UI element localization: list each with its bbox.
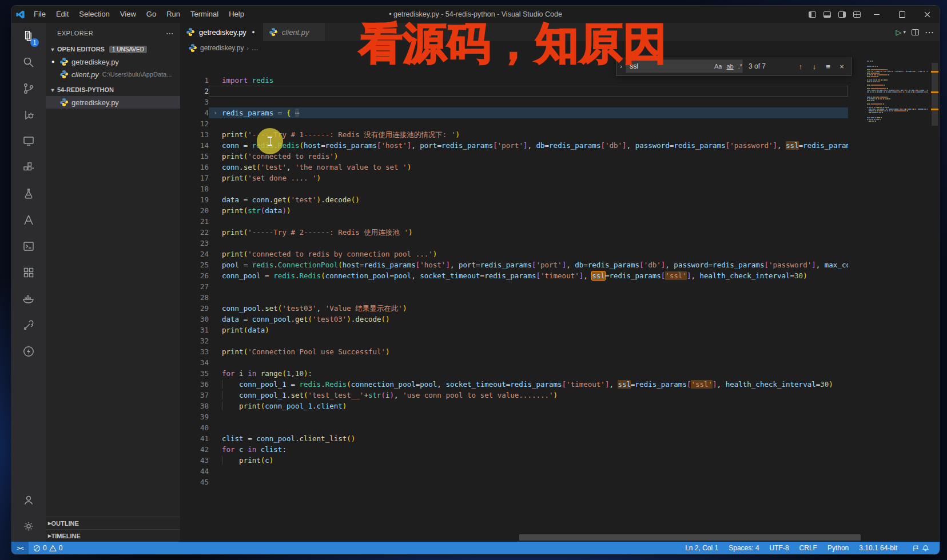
line-number[interactable]: 34 — [180, 357, 209, 368]
menu-item-view[interactable]: View — [115, 6, 141, 23]
line-number[interactable]: 18 — [180, 183, 209, 194]
activity-bar-item-tools[interactable] — [15, 312, 42, 338]
line-number[interactable]: 4 — [180, 107, 209, 118]
menu-item-help[interactable]: Help — [224, 6, 249, 23]
find-previous-icon[interactable]: ↑ — [795, 62, 806, 71]
line-number[interactable]: 12 — [180, 118, 209, 129]
status-cursor-position[interactable]: Ln 2, Col 1 — [685, 544, 718, 552]
vertical-scrollbar[interactable] — [930, 55, 940, 535]
find-in-selection-icon[interactable]: ≡ — [822, 62, 834, 71]
minimize-button[interactable] — [864, 6, 889, 23]
status-encoding[interactable]: UTF-8 — [770, 544, 789, 552]
activity-bar-item-test-flask[interactable] — [15, 181, 42, 207]
line-number[interactable]: 1 — [180, 75, 209, 86]
line-number[interactable]: 23 — [180, 238, 209, 249]
minimap[interactable] — [864, 55, 930, 535]
menu-item-file[interactable]: File — [29, 6, 51, 23]
line-number[interactable]: 42 — [180, 444, 209, 455]
menu-item-selection[interactable]: Selection — [74, 6, 114, 23]
editor-more-actions-icon[interactable]: ⋯ — [925, 27, 934, 38]
activity-bar-item-explorer[interactable]: 1 — [15, 23, 42, 49]
activity-bar-item-language-a[interactable] — [15, 207, 42, 233]
toggle-secondary-sidebar-icon[interactable] — [834, 6, 849, 23]
notifications-bell-icon[interactable] — [922, 545, 929, 552]
line-number[interactable]: 44 — [180, 466, 209, 477]
menu-item-edit[interactable]: Edit — [51, 6, 74, 23]
line-number[interactable]: 24 — [180, 249, 209, 259]
status-language-mode[interactable]: Python — [827, 544, 849, 552]
status-python-interpreter[interactable]: 3.10.1 64-bit — [859, 544, 897, 552]
breadcrumb-file[interactable]: getrediskey.py — [200, 44, 244, 52]
line-number[interactable]: 22 — [180, 227, 209, 238]
line-number[interactable]: 32 — [180, 335, 209, 346]
line-number[interactable]: 31 — [180, 325, 209, 335]
explorer-more-actions-icon[interactable]: ⋯ — [166, 29, 174, 38]
line-number[interactable]: 3 — [180, 97, 209, 107]
line-number[interactable]: 19 — [180, 194, 209, 205]
find-close-icon[interactable]: × — [836, 62, 847, 71]
line-number[interactable]: 15 — [180, 151, 209, 162]
line-number[interactable]: 29 — [180, 303, 209, 314]
close-button[interactable] — [914, 6, 940, 23]
activity-bar-item-terminal-box[interactable] — [15, 233, 42, 259]
activity-bar-item-extensions[interactable] — [15, 154, 42, 181]
feedback-icon[interactable] — [912, 545, 920, 552]
sidebar-section-outline[interactable]: ▸OUTLINE — [46, 517, 180, 529]
line-number[interactable]: 26 — [180, 270, 209, 281]
activity-bar-item-account[interactable] — [15, 487, 42, 513]
maximize-button[interactable] — [889, 6, 914, 23]
breadcrumb-symbol[interactable]: … — [252, 44, 258, 52]
line-number[interactable]: 13 — [180, 129, 209, 140]
activity-bar-item-docker[interactable] — [15, 286, 42, 312]
menu-item-run[interactable]: Run — [161, 6, 185, 23]
problems-indicator[interactable]: 0 0 — [29, 544, 67, 552]
folder-section-header[interactable]: ▾ 54-REDIS-PYTHON — [46, 83, 180, 96]
line-number[interactable]: 2 — [180, 86, 209, 97]
line-number[interactable]: 38 — [180, 401, 209, 411]
find-regex-toggle[interactable]: .* — [737, 62, 744, 70]
open-editors-section-header[interactable]: ▾ OPEN EDITORS 1 UNSAVED — [46, 43, 180, 55]
line-number[interactable]: 39 — [180, 411, 209, 422]
line-number[interactable]: 41 — [180, 433, 209, 444]
remote-indicator[interactable]: >< — [11, 542, 29, 554]
run-python-file-icon[interactable]: ▷ — [896, 28, 901, 37]
line-number[interactable]: 33 — [180, 346, 209, 357]
line-number[interactable]: 20 — [180, 205, 209, 216]
editor-tab-client.py[interactable]: client.py — [263, 23, 326, 41]
line-number[interactable]: 28 — [180, 292, 209, 303]
line-number[interactable]: 16 — [180, 162, 209, 173]
toggle-panel-icon[interactable] — [819, 6, 834, 23]
line-number[interactable]: 17 — [180, 173, 209, 183]
open-editor-item[interactable]: client.pyC:\Users\bulu\AppData... — [46, 68, 180, 81]
open-editor-item[interactable]: ●getrediskey.py — [46, 55, 180, 68]
line-number[interactable]: 45 — [180, 477, 209, 487]
split-editor-icon[interactable] — [912, 29, 919, 35]
line-number[interactable]: 40 — [180, 422, 209, 433]
menu-item-terminal[interactable]: Terminal — [185, 6, 224, 23]
line-number[interactable]: 36 — [180, 379, 209, 390]
line-number[interactable]: 25 — [180, 259, 209, 270]
line-number[interactable]: 43 — [180, 455, 209, 466]
activity-bar-item-bolt[interactable] — [15, 338, 42, 365]
activity-bar-item-search[interactable] — [15, 49, 42, 75]
find-next-icon[interactable]: ↓ — [809, 62, 820, 71]
status-eol[interactable]: CRLF — [799, 544, 817, 552]
status-indentation[interactable]: Spaces: 4 — [729, 544, 759, 552]
activity-bar-item-remote-explorer[interactable] — [15, 128, 42, 154]
sidebar-section-timeline[interactable]: ▸TIMELINE — [46, 529, 180, 542]
explorer-file-item[interactable]: getrediskey.py — [46, 96, 180, 109]
toggle-sidebar-icon[interactable] — [805, 6, 819, 23]
activity-bar-item-run-debug[interactable] — [15, 102, 42, 128]
line-number[interactable]: 14 — [180, 140, 209, 151]
line-number[interactable]: 30 — [180, 314, 209, 325]
line-number[interactable]: 27 — [180, 281, 209, 292]
find-match-case-toggle[interactable]: Aa — [713, 62, 723, 70]
activity-bar-item-gear[interactable] — [15, 513, 42, 539]
line-number[interactable]: 35 — [180, 368, 209, 379]
horizontal-scrollbar-slider[interactable] — [519, 534, 861, 541]
fold-chevron-icon[interactable]: › — [209, 107, 222, 118]
activity-bar-item-source-control[interactable] — [15, 75, 42, 102]
run-dropdown-chevron-icon[interactable]: ▾ — [903, 29, 906, 35]
find-whole-word-toggle[interactable]: ab — [725, 62, 735, 70]
activity-bar-item-grid[interactable] — [15, 259, 42, 286]
